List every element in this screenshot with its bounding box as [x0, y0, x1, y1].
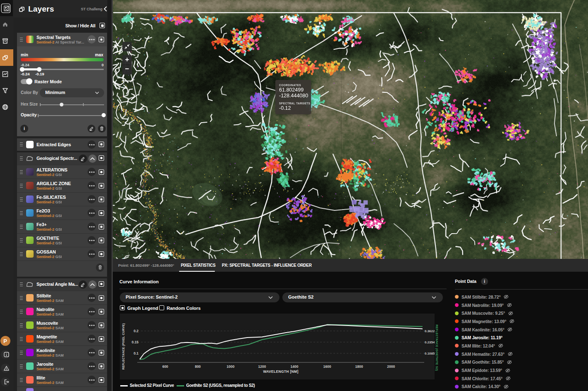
svg-text:1400: 1400 [291, 364, 299, 369]
svg-text:800: 800 [195, 364, 201, 369]
svg-text:0.1: 0.1 [134, 351, 138, 355]
svg-text:0.1085: 0.1085 [425, 352, 435, 355]
svg-text:1200: 1200 [258, 364, 266, 369]
svg-text:1000: 1000 [227, 364, 235, 369]
svg-text:1600: 1600 [323, 364, 331, 369]
svg-text:WAVELENGTH [NM]: WAVELENGTH [NM] [263, 369, 298, 374]
svg-text:0.2: 0.2 [134, 329, 138, 333]
svg-text:0.3622: 0.3622 [425, 329, 435, 333]
svg-text:1800: 1800 [355, 364, 363, 369]
svg-text:2000: 2000 [387, 364, 395, 369]
svg-text:0.2354: 0.2354 [425, 340, 435, 344]
svg-text:600: 600 [162, 364, 168, 369]
svg-text:0.15: 0.15 [131, 340, 138, 344]
